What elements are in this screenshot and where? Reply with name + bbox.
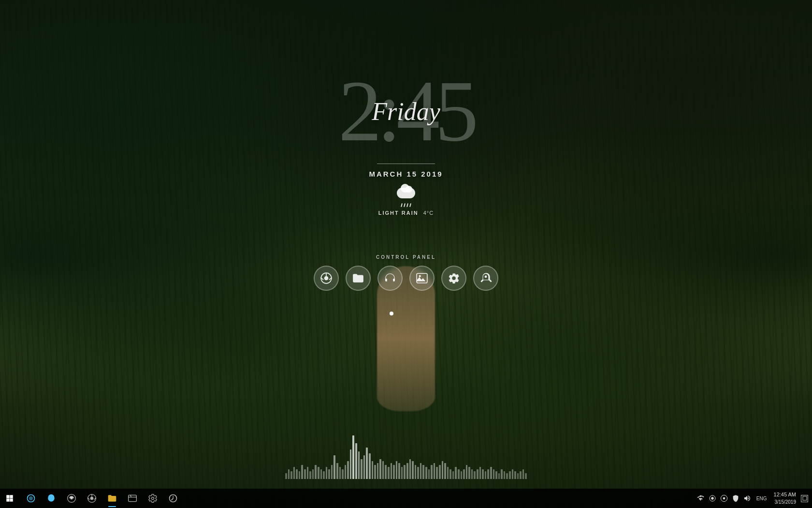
gamepad-button[interactable]	[473, 266, 498, 291]
control-panel-label: CONTROL PANEL	[376, 254, 436, 260]
gamepad-icon	[479, 272, 492, 284]
language-indicator[interactable]: ENG	[754, 496, 769, 501]
folder-alt-taskbar-icon[interactable]	[123, 489, 142, 508]
folder-alt-icon	[128, 493, 137, 503]
steam-icon	[67, 493, 76, 503]
steam2-icon	[168, 493, 178, 503]
svg-point-22	[152, 497, 154, 500]
headphones-icon	[384, 272, 396, 284]
chrome-button[interactable]	[314, 266, 339, 291]
systray-time: 12:45 AM	[774, 491, 796, 498]
systray-clock[interactable]: 12:45 AM 3/15/2019	[772, 491, 798, 505]
wifi-icon	[697, 494, 705, 502]
weather-widget: LIGHT RAIN 4°C	[378, 187, 434, 216]
gallery-icon	[416, 272, 428, 284]
rain-drop-4	[409, 203, 411, 207]
desktop-content: 2:45 Friday MARCH 15 2019 LIGHT RAIN 4°C…	[0, 0, 812, 508]
clock-divider	[377, 164, 435, 164]
headphones-button[interactable]	[377, 266, 403, 291]
svg-point-13	[71, 497, 73, 500]
weather-temperature: 4°C	[423, 210, 434, 216]
speaker-icon	[743, 494, 751, 502]
svg-point-8	[419, 275, 421, 277]
gallery-button[interactable]	[409, 266, 435, 291]
taskbar-app-icons	[19, 489, 693, 508]
weather-icon-container	[393, 187, 419, 207]
weather-condition: LIGHT RAIN	[378, 210, 419, 216]
rain-drops	[401, 203, 411, 207]
water-drop-icon	[46, 493, 56, 503]
systray-date: 3/15/2019	[775, 499, 797, 506]
steam2-taskbar-icon[interactable]	[163, 489, 183, 508]
steam-taskbar-icon[interactable]	[62, 489, 81, 508]
rain-drop-2	[404, 203, 406, 207]
notification-button[interactable]	[801, 495, 808, 502]
folder-button[interactable]	[346, 266, 371, 291]
svg-rect-9	[485, 276, 487, 278]
clock-day: Friday	[372, 97, 440, 126]
explorer-taskbar-icon[interactable]	[102, 489, 122, 508]
cloud-shape	[397, 188, 415, 198]
weather-info: LIGHT RAIN 4°C	[378, 210, 434, 216]
rain-drop-3	[406, 203, 408, 207]
steam-systray-glyph	[709, 494, 716, 502]
folder-icon	[352, 272, 364, 284]
svg-point-24	[711, 497, 713, 499]
chrome-icon	[320, 272, 333, 284]
svg-point-1	[324, 276, 329, 281]
cortana-icon	[26, 493, 36, 503]
svg-rect-5	[385, 279, 387, 281]
clock-widget: 2:45 Friday	[338, 68, 474, 155]
svg-rect-6	[393, 279, 395, 281]
date-display: MARCH 15 2019	[369, 170, 443, 178]
settings-taskbar-icon[interactable]	[143, 489, 162, 508]
settings-icon	[448, 272, 460, 284]
shield-icon	[732, 494, 740, 502]
chrome-taskbar-glyph	[87, 493, 97, 503]
water-taskbar-icon[interactable]	[42, 489, 61, 508]
control-icons-row	[314, 266, 498, 291]
start-button[interactable]	[0, 489, 19, 508]
cortana-taskbar-icon[interactable]	[21, 489, 41, 508]
svg-point-26	[723, 497, 725, 500]
svg-rect-27	[803, 496, 807, 500]
svg-point-11	[29, 496, 33, 500]
network-icon[interactable]	[696, 494, 705, 503]
rain-drop-1	[401, 203, 403, 207]
chrome-systray-glyph	[720, 494, 728, 502]
chrome-taskbar-icon[interactable]	[82, 489, 102, 508]
folder-taskbar-icon	[107, 493, 117, 503]
taskbar: ENG 12:45 AM 3/15/2019	[0, 489, 812, 508]
settings-taskbar-glyph	[148, 493, 158, 503]
system-tray: ENG 12:45 AM 3/15/2019	[693, 489, 812, 508]
steam-systray-icon[interactable]	[708, 494, 717, 503]
chrome-systray-icon[interactable]	[720, 494, 728, 503]
control-panel: CONTROL PANEL	[314, 254, 498, 291]
notification-icon	[802, 496, 807, 501]
security-icon[interactable]	[731, 494, 740, 503]
svg-point-15	[90, 497, 94, 500]
windows-icon	[5, 494, 14, 503]
svg-rect-7	[417, 273, 427, 283]
svg-rect-19	[129, 495, 137, 501]
settings-button[interactable]	[441, 266, 466, 291]
volume-icon[interactable]	[743, 494, 752, 503]
